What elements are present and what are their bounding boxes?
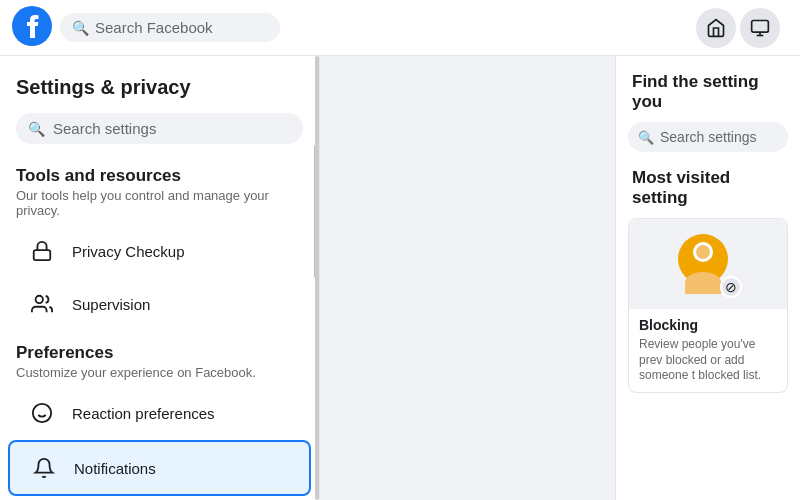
svg-point-5 bbox=[33, 404, 51, 422]
privacy-checkup-label: Privacy Checkup bbox=[72, 243, 185, 260]
blocking-card[interactable]: ⊘ Blocking Review people you've prev blo… bbox=[628, 218, 788, 393]
search-settings-icon: 🔍 bbox=[28, 121, 45, 137]
preferences-section-label: Preferences bbox=[0, 331, 319, 365]
sidebar-item-supervision[interactable]: Supervision bbox=[8, 278, 311, 330]
svg-rect-3 bbox=[34, 250, 51, 260]
sidebar-header: Settings & privacy bbox=[0, 68, 319, 103]
reaction-icon bbox=[24, 395, 60, 431]
search-settings-bar[interactable]: 🔍 Search settings bbox=[16, 113, 303, 144]
bell-icon bbox=[26, 450, 62, 486]
most-visited-title: Most visited setting bbox=[616, 168, 800, 218]
sidebar-item-reaction-preferences[interactable]: Reaction preferences bbox=[8, 387, 311, 439]
video-button[interactable] bbox=[740, 8, 780, 48]
lock-icon bbox=[24, 233, 60, 269]
supervision-label: Supervision bbox=[72, 296, 150, 313]
sidebar-item-privacy-checkup[interactable]: Privacy Checkup bbox=[8, 225, 311, 277]
tools-section-desc: Our tools help you control and manage yo… bbox=[0, 188, 319, 224]
block-badge: ⊘ bbox=[720, 276, 742, 298]
search-settings-placeholder: Search settings bbox=[53, 120, 156, 137]
blocking-card-desc: Review people you've prev blocked or add… bbox=[639, 337, 777, 384]
right-panel: Find the setting you 🔍 Search settings M… bbox=[615, 56, 800, 500]
supervision-icon bbox=[24, 286, 60, 322]
notifications-label: Notifications bbox=[74, 460, 156, 477]
preferences-section-desc: Customize your experience on Facebook. bbox=[0, 365, 319, 386]
top-navigation: 🔍 bbox=[0, 0, 800, 56]
reaction-preferences-label: Reaction preferences bbox=[72, 405, 215, 422]
svg-rect-1 bbox=[752, 20, 769, 32]
sidebar-title: Settings & privacy bbox=[16, 76, 303, 99]
avatar-body bbox=[685, 272, 721, 294]
right-search-placeholder: Search settings bbox=[660, 129, 757, 145]
blocking-card-icon-area: ⊘ bbox=[629, 219, 787, 309]
tools-section-label: Tools and resources bbox=[0, 154, 319, 188]
settings-sidebar: Settings & privacy 🔍 Search settings Too… bbox=[0, 56, 320, 500]
home-button[interactable] bbox=[696, 8, 736, 48]
center-panel bbox=[320, 56, 615, 500]
facebook-logo[interactable] bbox=[12, 6, 52, 50]
blocking-card-body: Blocking Review people you've prev block… bbox=[629, 309, 787, 392]
global-search-input[interactable] bbox=[95, 19, 268, 36]
global-search-bar[interactable]: 🔍 bbox=[60, 13, 280, 42]
scroll-indicator bbox=[314, 145, 317, 278]
main-layout: Settings & privacy 🔍 Search settings Too… bbox=[0, 56, 800, 500]
blocking-card-title: Blocking bbox=[639, 317, 777, 333]
avatar-head bbox=[693, 242, 713, 262]
nav-icons-group bbox=[696, 8, 780, 48]
find-setting-title: Find the setting you bbox=[616, 72, 800, 122]
blocking-icon-visual: ⊘ bbox=[678, 234, 738, 294]
search-icon: 🔍 bbox=[72, 20, 89, 36]
right-search-icon: 🔍 bbox=[638, 130, 654, 145]
sidebar-item-notifications[interactable]: Notifications bbox=[8, 440, 311, 496]
right-search-bar[interactable]: 🔍 Search settings bbox=[628, 122, 788, 152]
svg-point-4 bbox=[36, 296, 43, 303]
